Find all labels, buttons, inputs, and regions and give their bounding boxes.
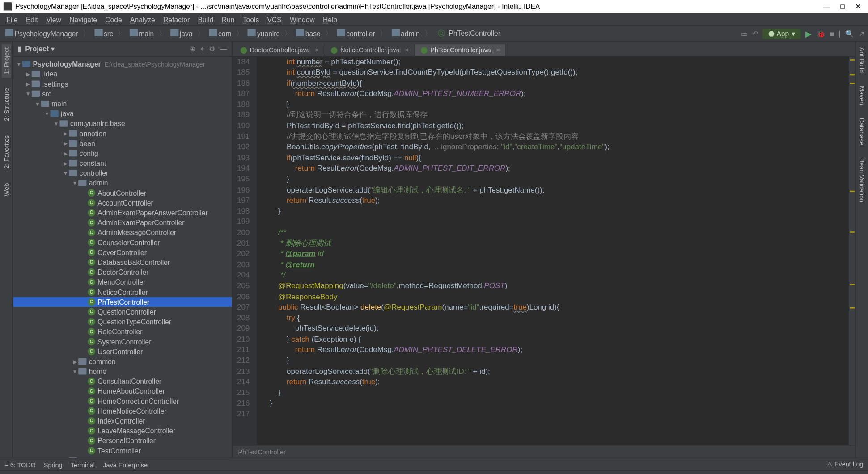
code-line[interactable]: return Result.error(CodeMsg.ADMIN_PHTEST… — [261, 88, 848, 99]
code-line[interactable]: * 删除心理测试 — [261, 238, 848, 249]
editor-tab-noticecontroller-java[interactable]: NoticeController.java× — [325, 44, 415, 56]
code-line[interactable] — [261, 217, 848, 227]
search-icon[interactable]: 🔍 — [845, 29, 854, 38]
editor-breadcrumb[interactable]: PhTestController — [233, 445, 855, 458]
tree-node-consultantcontroller[interactable]: CConsultantController — [13, 376, 232, 386]
debug-button[interactable]: 🐞 — [817, 29, 826, 38]
project-tree[interactable]: ▼PsychologyManagerE:\idea_space\Psycholo… — [13, 57, 232, 458]
editor-body[interactable]: 1841851861871881891901911921931941951961… — [233, 57, 855, 445]
settings-icon[interactable]: ↗ — [859, 29, 864, 38]
tree-node--settings[interactable]: ▶.settings — [13, 79, 232, 88]
tree-node-controller[interactable]: ▼controller — [13, 168, 232, 178]
tree-node-homeaboutcontroller[interactable]: CHomeAboutController — [13, 386, 232, 396]
tree-node--idea[interactable]: ▶.idea — [13, 69, 232, 79]
breadcrumb-segment[interactable]: yuanlrc — [246, 29, 281, 38]
editor-tab-doctorcontroller-java[interactable]: DoctorController.java× — [235, 44, 326, 56]
breadcrumb-segment[interactable]: admin — [390, 29, 421, 38]
code-line[interactable]: */ — [261, 270, 848, 281]
tree-node-src[interactable]: ▼src — [13, 88, 232, 98]
tree-node-menucontroller[interactable]: CMenuController — [13, 277, 232, 287]
code-line[interactable]: } — [261, 355, 848, 366]
menu-run[interactable]: Run — [218, 16, 239, 24]
tree-node-adminexampaperanswercontroller[interactable]: CAdminExamPaperAnswerController — [13, 208, 232, 218]
tree-node-rolecontroller[interactable]: CRoleController — [13, 327, 232, 336]
menu-tools[interactable]: Tools — [239, 16, 263, 24]
menu-refactor[interactable]: Refactor — [159, 16, 194, 24]
code-line[interactable]: * @param id — [261, 249, 848, 260]
tree-node-adminexampapercontroller[interactable]: CAdminExamPaperController — [13, 218, 232, 227]
close-button[interactable]: ✕ — [855, 2, 861, 10]
menu-window[interactable]: Window — [286, 16, 319, 24]
code-line[interactable]: /** — [261, 227, 848, 238]
overview-ruler[interactable] — [848, 57, 855, 445]
gear-icon[interactable]: ⚙ — [209, 45, 215, 53]
code-line[interactable]: } catch (Exception e) { — [261, 334, 848, 345]
code-line[interactable]: int number = phTest.getNumber(); — [261, 57, 848, 67]
menu-view[interactable]: View — [42, 16, 65, 24]
menu-navigate[interactable]: Navigate — [65, 16, 101, 24]
breadcrumb-segment[interactable]: java — [169, 29, 194, 38]
left-tab----favorites[interactable]: 2: Favorites — [1, 132, 11, 172]
menu-help[interactable]: Help — [319, 16, 341, 24]
code-line[interactable]: return Result.error(CodeMsg.ADMIN_PHTEST… — [261, 344, 848, 355]
breadcrumb-segment[interactable]: com — [207, 29, 233, 38]
project-panel-title[interactable]: Project — [25, 45, 49, 53]
bottom-tab-terminal[interactable]: Terminal — [71, 461, 95, 468]
code-line[interactable]: BeanUtils.copyProperties(phTest, findByI… — [261, 142, 848, 153]
menu-analyze[interactable]: Analyze — [126, 16, 159, 24]
code-line[interactable]: public Result<Boolean> delete(@RequestPa… — [261, 302, 848, 313]
code-line[interactable]: if(number>countById){ — [261, 78, 848, 88]
code-line[interactable]: } — [261, 174, 848, 185]
code-line[interactable]: } — [261, 99, 848, 110]
bottom-tab---6--todo[interactable]: ≡ 6: TODO — [4, 461, 35, 468]
collapse-icon[interactable]: ⌖ — [200, 45, 204, 53]
code-line[interactable]: @RequestMapping(value="/delete",method=R… — [261, 281, 848, 291]
minimize-button[interactable]: — — [823, 2, 830, 10]
tree-node-doctorcontroller[interactable]: CDoctorController — [13, 267, 232, 277]
code-line[interactable]: int countById = questionService.findCoun… — [261, 67, 848, 78]
left-tab-web[interactable]: Web — [1, 180, 11, 200]
tree-node-homenoticecontroller[interactable]: CHomeNoticeController — [13, 406, 232, 415]
event-log-button[interactable]: ⚠ Event Log — [827, 461, 864, 468]
left-tab----project[interactable]: 1: Project — [1, 44, 11, 78]
breadcrumb-segment[interactable]: PsychologyManager — [4, 29, 80, 38]
maximize-button[interactable]: □ — [840, 2, 844, 10]
menu-build[interactable]: Build — [194, 16, 217, 24]
tree-node-noticecontroller[interactable]: CNoticeController — [13, 287, 232, 297]
breadcrumb-segment[interactable]: main — [128, 29, 156, 38]
right-tab-ant-build[interactable]: Ant Build — [857, 44, 867, 76]
menu-edit[interactable]: Edit — [22, 16, 42, 24]
tree-node-config[interactable]: ▶config — [13, 148, 232, 158]
tree-node-databasebakcontroller[interactable]: CDatabaseBakController — [13, 257, 232, 267]
tree-node-admin[interactable]: ▼admin — [13, 178, 232, 188]
menu-code[interactable]: Code — [101, 16, 126, 24]
tree-node-adminmessagecontroller[interactable]: CAdminMessageController — [13, 227, 232, 237]
code-line[interactable] — [261, 409, 848, 419]
tree-node-common[interactable]: ▶common — [13, 357, 232, 366]
tree-node-accountcontroller[interactable]: CAccountController — [13, 198, 232, 208]
code-line[interactable]: } — [261, 387, 848, 398]
bottom-tab-java-enterprise[interactable]: Java Enterprise — [103, 461, 148, 468]
tree-node-dao[interactable]: ▶dao — [13, 455, 232, 457]
left-tab----structure[interactable]: 2: Structure — [1, 85, 11, 125]
breadcrumb-segment[interactable]: base — [294, 29, 322, 38]
right-tab-bean-validation[interactable]: Bean Validation — [857, 155, 867, 206]
editor-tab-phtestcontroller-java[interactable]: PhTestController.java× — [415, 44, 506, 56]
stop-button[interactable]: ■ — [830, 29, 834, 38]
right-tab-maven[interactable]: Maven — [857, 82, 867, 109]
tree-node-homecorrectioncontroller[interactable]: CHomeCorrectionController — [13, 396, 232, 406]
code-line[interactable]: //到这说明一切符合条件，进行数据库保存 — [261, 110, 848, 121]
target-icon[interactable]: ⊕ — [190, 45, 195, 53]
hide-icon[interactable]: — — [220, 45, 227, 53]
bottom-tab-spring[interactable]: Spring — [44, 461, 63, 468]
tree-node-leavemessagecontroller[interactable]: CLeaveMessageController — [13, 426, 232, 436]
code-line[interactable]: return Result.error(CodeMsg.ADMIN_PHTEST… — [261, 163, 848, 174]
code-line[interactable]: //讲提交的心理测试信息指定字段复制到已存在的user对象中，该方法会覆盖新字段… — [261, 131, 848, 142]
breadcrumb-segment[interactable]: src — [93, 29, 115, 38]
code-line[interactable]: try { — [261, 313, 848, 323]
code-line[interactable]: if(phTestService.save(findById) == null)… — [261, 153, 848, 164]
code-area[interactable]: int number = phTest.getNumber(); int cou… — [257, 57, 848, 445]
code-line[interactable]: } — [261, 398, 848, 409]
tree-node-questiontypecontroller[interactable]: CQuestionTypeController — [13, 317, 232, 327]
tree-node-aboutcontroller[interactable]: CAboutController — [13, 188, 232, 197]
